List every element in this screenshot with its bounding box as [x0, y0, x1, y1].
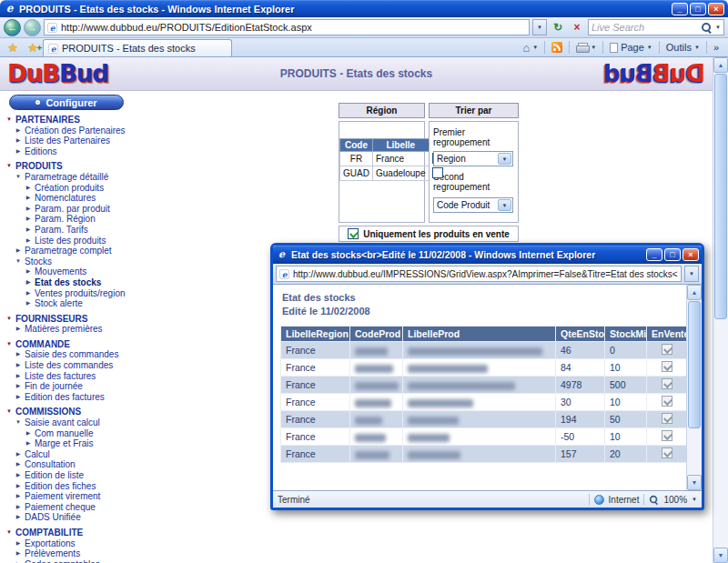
- sidebar-item-param-tarifs[interactable]: ▶Param. Tarifs: [0, 225, 138, 236]
- popup-minimize-button[interactable]: _: [646, 248, 662, 261]
- sidebar-nav: ▼PARTENAIRES▶Création des Partenaires▶Li…: [0, 115, 138, 563]
- popup-address-dropdown[interactable]: ▼: [684, 266, 699, 282]
- sidebar-item-param-par-produit[interactable]: ▶Param. par produit: [0, 204, 138, 215]
- sidebar-item-parametrage-detaille[interactable]: ▼Parametrage détaillé: [0, 172, 138, 183]
- sidebar-item-paiement-cheque[interactable]: ▶Paiement cheque: [0, 502, 138, 513]
- tools-menu-button[interactable]: Outils ▼: [662, 40, 704, 55]
- refresh-button[interactable]: ↻: [550, 19, 566, 35]
- back-button[interactable]: ←: [4, 19, 21, 36]
- sidebar-item-exportations[interactable]: ▶Exportations: [0, 538, 138, 549]
- scroll-down-arrow[interactable]: ▼: [687, 475, 702, 490]
- chevron-down-icon: ▼: [15, 417, 22, 428]
- sidebar-item-label: Ventes produits/region: [35, 288, 126, 299]
- redacted-text: [408, 347, 542, 356]
- popup-maximize-button[interactable]: □: [664, 248, 681, 261]
- search-dropdown-icon[interactable]: ▼: [715, 25, 721, 30]
- chevron-right-icon: ▶: [15, 371, 22, 382]
- sidebar-item-edition-des-factures[interactable]: ▶Edition des factures: [0, 392, 138, 403]
- address-bar[interactable]: e http://www.dubbud.eu/PRODUITS/EditionE…: [44, 19, 530, 35]
- favorites-icon[interactable]: ★: [3, 40, 23, 56]
- main-scrollbar[interactable]: ▲ ▼: [713, 57, 728, 563]
- sidebar-item-calcul[interactable]: ▶Calcul: [0, 449, 138, 460]
- sidebar-section-fournisseurs[interactable]: ▼FOURNISSEURS: [0, 314, 138, 325]
- home-button[interactable]: ⌂ ▼: [518, 40, 542, 55]
- sidebar-item-nomenclatures[interactable]: ▶Nomenclatures: [0, 193, 138, 204]
- first-grouping-select[interactable]: Region ▼: [433, 151, 513, 166]
- second-grouping-select[interactable]: Code Produit ▼: [433, 197, 513, 213]
- address-dropdown[interactable]: ▼: [532, 19, 547, 35]
- sidebar-item-fin-de-journee[interactable]: ▶Fin de journée: [0, 381, 138, 392]
- sidebar-item-param-region[interactable]: ▶Param. Région: [0, 214, 138, 225]
- redacted-text: [355, 382, 399, 390]
- logo-text: Bud: [59, 60, 108, 87]
- stop-button[interactable]: ×: [569, 19, 585, 35]
- popup-close-button[interactable]: ×: [682, 248, 699, 261]
- region-checkbox[interactable]: [432, 167, 443, 178]
- tab-favicon: e: [48, 44, 58, 54]
- sidebar-item-liste-des-partenaires[interactable]: ▶Liste des Partenaires: [0, 136, 138, 146]
- sidebar-item-matieres-premieres[interactable]: ▶Matières premières: [0, 324, 138, 335]
- sidebar-item-parametrage-complet[interactable]: ▶Parametrage complet: [0, 246, 138, 256]
- chevron-right-icon: ▶: [15, 481, 22, 492]
- scroll-thumb[interactable]: [688, 301, 701, 428]
- print-menu-button[interactable]: ▼: [571, 41, 601, 55]
- sidebar-item-ventes-produits-region[interactable]: ▶Ventes produits/region: [0, 288, 138, 299]
- envente-checkbox: [662, 430, 672, 441]
- scroll-thumb[interactable]: [714, 74, 727, 319]
- sidebar-item-creation-des-partenaires[interactable]: ▶Création des Partenaires: [0, 126, 138, 136]
- sidebar-item-paiement-virement[interactable]: ▶Paiement virement: [0, 491, 138, 502]
- envente-checkbox: [662, 396, 672, 407]
- scroll-up-arrow[interactable]: ▲: [713, 57, 728, 73]
- close-button[interactable]: ×: [708, 3, 724, 15]
- cell-codeprod: [350, 342, 403, 359]
- chevron-right-icon: ▶: [25, 428, 32, 439]
- sidebar-item-stocks[interactable]: ▼Stocks: [0, 256, 138, 267]
- sidebar-item-saisie-avant-calcul[interactable]: ▼Saisie avant calcul: [0, 417, 138, 428]
- sidebar-item-marge-et-frais[interactable]: ▶Marge et Frais: [0, 438, 138, 449]
- cell-codeprod: [350, 428, 403, 446]
- sidebar-item-liste-des-produits[interactable]: ▶Liste des produits: [0, 236, 138, 246]
- forward-button[interactable]: →: [24, 19, 41, 36]
- sidebar-item-prelevements[interactable]: ▶Prélèvements: [0, 548, 138, 559]
- tab-bar: ★ ★+ e PRODUITS - Etats des stocks ⌂ ▼ ▼: [0, 38, 728, 57]
- configure-button[interactable]: Configurer: [9, 95, 124, 110]
- scroll-up-arrow[interactable]: ▲: [687, 285, 702, 300]
- page-menu-button[interactable]: Page ▼: [605, 40, 657, 55]
- zoom-level[interactable]: 100%: [663, 495, 687, 505]
- tab-produits[interactable]: e PRODUITS - Etats des stocks: [43, 39, 232, 56]
- sidebar-item-consultation[interactable]: ▶Consultation: [0, 459, 138, 470]
- feeds-button[interactable]: [547, 40, 567, 55]
- sidebar-item-dads-unifiee[interactable]: ▶DADS Unifiée: [0, 512, 138, 523]
- maximize-button[interactable]: □: [690, 3, 706, 15]
- chevron-right-icon: ▶: [25, 236, 32, 246]
- sidebar-section-comptabilite[interactable]: ▼COMPTABILITE: [0, 528, 138, 538]
- popup-scrollbar[interactable]: ▲ ▼: [686, 285, 702, 490]
- toolbar-overflow-chevron[interactable]: »: [709, 40, 723, 55]
- sidebar-item-liste-des-factures[interactable]: ▶Liste des factures: [0, 371, 138, 382]
- sidebar-section-commissions[interactable]: ▼COMMISSIONS: [0, 407, 138, 417]
- search-box[interactable]: Live Search ▼: [588, 19, 724, 35]
- add-favorite-icon[interactable]: ★+: [23, 40, 43, 56]
- sidebar-item-edition-des-fiches[interactable]: ▶Edition des fiches: [0, 481, 138, 492]
- cell-codeprod: [350, 377, 403, 394]
- chevron-right-icon: ▶: [15, 491, 22, 502]
- sidebar-item-mouvements[interactable]: ▶Mouvements: [0, 266, 138, 277]
- sidebar-item-com-manuelle[interactable]: ▶Com manuelle: [0, 428, 138, 439]
- sidebar-item-stock-alerte[interactable]: ▶Stock alerte: [0, 298, 138, 309]
- scroll-down-arrow[interactable]: ▼: [713, 548, 728, 563]
- sidebar-section-produits[interactable]: ▼PRODUITS: [0, 161, 138, 172]
- chevron-right-icon: ▶: [25, 277, 32, 288]
- sidebar-section-commande[interactable]: ▼COMMANDE: [0, 339, 138, 350]
- sidebar-item-editions[interactable]: ▶Editions: [0, 146, 138, 157]
- sidebar-item-etat-des-stocks[interactable]: ▶Etat des stocks: [0, 277, 138, 288]
- sidebar-item-liste-des-commandes[interactable]: ▶Liste des commandes: [0, 360, 138, 371]
- zoom-dropdown-icon[interactable]: ▼: [692, 497, 697, 502]
- sidebar-item-codes-comptables[interactable]: ▶Codes comptables: [0, 559, 138, 563]
- sidebar-item-saisie-des-commandes[interactable]: ▶Saisie des commandes: [0, 349, 138, 360]
- popup-address-field[interactable]: e http://www.dubbud.eu/IMPRESSIONS/GridV…: [276, 266, 682, 282]
- only-for-sale-checkbox[interactable]: [348, 228, 359, 239]
- sidebar-item-edition-de-liste[interactable]: ▶Edition de liste: [0, 470, 138, 481]
- sidebar-section-partenaires[interactable]: ▼PARTENAIRES: [0, 115, 138, 126]
- sidebar-item-creation-produits[interactable]: ▶Création produits: [0, 183, 138, 194]
- minimize-button[interactable]: _: [672, 3, 688, 15]
